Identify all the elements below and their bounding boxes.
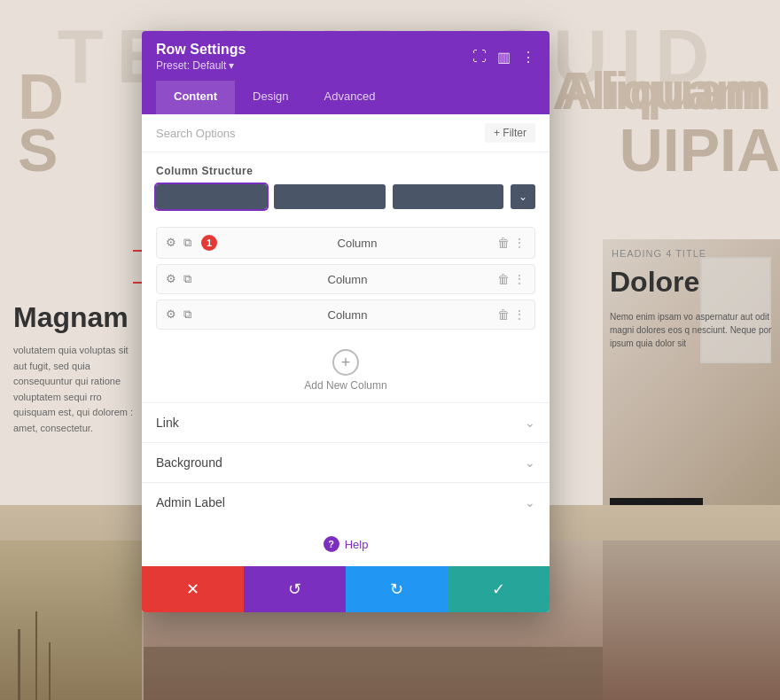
- table-row: ⚙ ⧉ 1 Column 🗑 ⋮: [156, 227, 535, 259]
- cancel-button[interactable]: ✕: [142, 566, 244, 612]
- settings-icon-2[interactable]: ⚙: [166, 272, 180, 286]
- trash-icon-2[interactable]: 🗑: [497, 272, 510, 286]
- accordion-admin-label-label: Admin Label: [156, 495, 225, 509]
- settings-icon-3[interactable]: ⚙: [166, 307, 180, 322]
- modal-header: Row Settings Preset: Default ▾ ⛶ ▥ ⋮ Con…: [142, 31, 550, 114]
- redo-button[interactable]: ↻: [346, 566, 448, 612]
- col-option-1[interactable]: [156, 184, 267, 209]
- columns-icon[interactable]: ▥: [497, 49, 511, 66]
- trash-icon-1[interactable]: 🗑: [497, 236, 510, 250]
- col-row-actions-3: 🗑 ⋮: [497, 307, 526, 322]
- left-content-area: Magnam volutatem quia voluptas sit aut f…: [0, 284, 151, 455]
- col-row-icons-1: ⚙ ⧉ 1: [166, 235, 217, 251]
- col-dropdown[interactable]: ⌄: [511, 184, 535, 209]
- column-structure-selector: ⌄: [156, 184, 535, 209]
- modal-body: Search Options + Filter Column Structure…: [142, 114, 550, 566]
- column-label-3: Column: [205, 308, 490, 322]
- bg-uipia: UIPIA: [620, 115, 780, 184]
- col-row-icons-3: ⚙ ⧉: [166, 307, 198, 322]
- fullscreen-icon[interactable]: ⛶: [472, 49, 487, 65]
- row-settings-modal: Row Settings Preset: Default ▾ ⛶ ▥ ⋮ Con…: [142, 31, 550, 612]
- chevron-down-icon-background: ⌄: [525, 455, 535, 470]
- duplicate-icon-2[interactable]: ⧉: [183, 272, 198, 286]
- bg-letter-s: S: [18, 115, 58, 184]
- duplicate-icon-3[interactable]: ⧉: [183, 307, 198, 322]
- more-icon-1[interactable]: ⋮: [513, 236, 526, 250]
- duplicate-icon-1[interactable]: ⧉: [183, 236, 198, 250]
- chevron-down-icon-admin: ⌄: [525, 495, 535, 509]
- help-section[interactable]: ? Help: [142, 522, 550, 566]
- right-title: Dolore: [610, 266, 699, 299]
- modal-preset[interactable]: Preset: Default ▾: [156, 59, 246, 72]
- accordion-background[interactable]: Background ⌄: [142, 442, 550, 482]
- table-row: ⚙ ⧉ Column 🗑 ⋮: [156, 264, 535, 294]
- preset-label: Preset: Default: [156, 59, 226, 72]
- modal-title-area: Row Settings Preset: Default ▾: [156, 42, 246, 72]
- modal-title: Row Settings: [156, 42, 246, 58]
- table-image-right: [603, 541, 780, 700]
- modal-header-top: Row Settings Preset: Default ▾ ⛶ ▥ ⋮: [156, 42, 535, 72]
- section-column-structure-label: Column Structure: [142, 152, 550, 184]
- kebab-menu-icon[interactable]: ⋮: [521, 49, 535, 66]
- filter-button[interactable]: + Filter: [485, 123, 535, 143]
- accordion-admin-label[interactable]: Admin Label ⌄: [142, 482, 550, 522]
- right-body-text: Nemo enim ipsam vo aspernatur aut odit m…: [610, 310, 773, 350]
- trash-icon-3[interactable]: 🗑: [497, 307, 510, 322]
- table-image-left: [0, 541, 142, 700]
- save-button[interactable]: ✓: [448, 566, 550, 612]
- preset-arrow: ▾: [229, 59, 234, 72]
- help-label: Help: [345, 538, 369, 551]
- col-row-actions-1: 🗑 ⋮: [497, 236, 526, 250]
- modal-tabs: Content Design Advanced: [156, 81, 535, 114]
- add-new-column-button[interactable]: + Add New Column: [142, 338, 550, 402]
- help-icon-text: ?: [328, 539, 334, 549]
- more-icon-3[interactable]: ⋮: [513, 307, 526, 322]
- search-bar: Search Options + Filter: [142, 114, 550, 152]
- tab-advanced[interactable]: Advanced: [307, 81, 394, 114]
- accordion-link-label: Link: [156, 416, 179, 430]
- left-body-text: volutatem quia voluptas sit aut fugit, s…: [13, 343, 137, 437]
- accordion-link[interactable]: Link ⌄: [142, 402, 550, 442]
- filter-label: + Filter: [494, 127, 526, 139]
- col-option-2[interactable]: [274, 184, 385, 209]
- left-title: Magnam: [13, 301, 137, 334]
- undo-button[interactable]: ↺: [244, 566, 346, 612]
- chevron-down-icon-link: ⌄: [525, 416, 535, 430]
- modal-footer: ✕ ↺ ↻ ✓: [142, 566, 550, 612]
- help-icon: ?: [324, 536, 339, 552]
- accordion-background-label: Background: [156, 455, 222, 470]
- add-column-label: Add New Column: [304, 379, 386, 392]
- column-rows: ⚙ ⧉ 1 Column 🗑 ⋮ ⚙ ⧉ Column 🗑: [142, 223, 550, 338]
- tab-design[interactable]: Design: [235, 81, 306, 114]
- modal-header-actions: ⛶ ▥ ⋮: [472, 49, 535, 66]
- col-row-actions-2: 🗑 ⋮: [497, 272, 526, 286]
- more-icon-2[interactable]: ⋮: [513, 272, 526, 286]
- column-label-1: Column: [224, 237, 490, 250]
- settings-icon-1[interactable]: ⚙: [166, 236, 180, 250]
- right-heading-4-label: HEADING 4 TITLE: [612, 248, 706, 259]
- tab-content[interactable]: Content: [156, 81, 235, 114]
- add-circle-icon: +: [332, 349, 359, 376]
- column-badge-1: 1: [201, 235, 217, 251]
- search-placeholder[interactable]: Search Options: [156, 127, 236, 140]
- column-structure-area: ⌄: [142, 184, 550, 223]
- table-row: ⚙ ⧉ Column 🗑 ⋮: [156, 299, 535, 330]
- aliquam-text: Aliquam: [561, 60, 771, 121]
- column-label-2: Column: [205, 273, 490, 286]
- col-option-3[interactable]: [393, 184, 503, 209]
- col-row-icons-2: ⚙ ⧉: [166, 272, 198, 286]
